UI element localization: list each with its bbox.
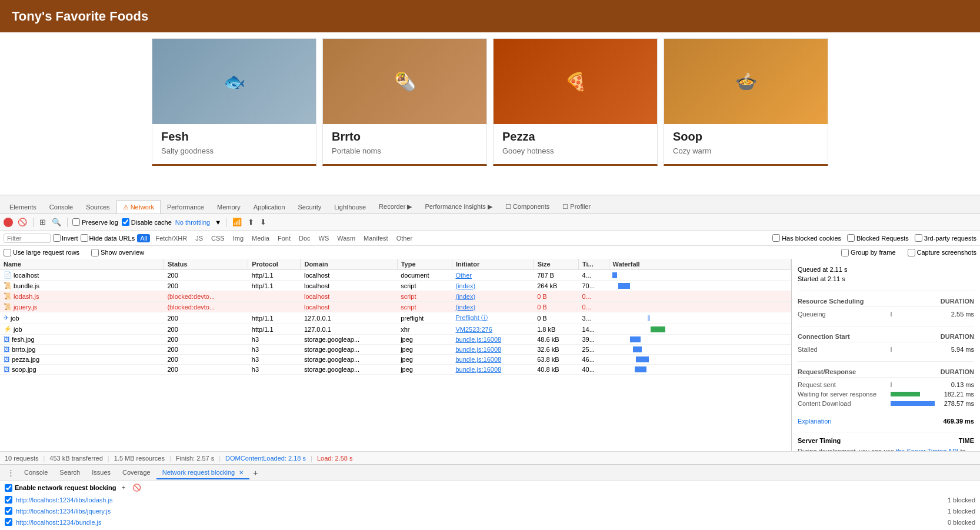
food-name-pezza: Pezza xyxy=(502,130,648,144)
food-img-fesh: 🐟 xyxy=(152,39,316,124)
food-card-fesh: 🐟 Fesh Salty goodness xyxy=(152,38,316,166)
food-card-soop: 🍲 Soop Cozy warm xyxy=(664,38,828,166)
food-img-pezza: 🍕 xyxy=(494,39,657,124)
food-card-brrto: 🌯 Brrto Portable noms xyxy=(322,38,487,166)
food-img-soop: 🍲 xyxy=(664,39,828,124)
food-name-fesh: Fesh xyxy=(161,130,307,144)
food-card-pezza: 🍕 Pezza Gooey hotness xyxy=(493,38,658,166)
food-name-soop: Soop xyxy=(673,130,819,144)
app-title: Tony's Favorite Foods xyxy=(12,9,148,24)
food-desc-soop: Cozy warm xyxy=(673,146,819,155)
food-name-brrto: Brrto xyxy=(332,130,478,144)
food-desc-brrto: Portable noms xyxy=(332,146,478,155)
food-img-brrto: 🌯 xyxy=(323,39,486,124)
app-header: Tony's Favorite Foods xyxy=(0,0,980,32)
food-desc-pezza: Gooey hotness xyxy=(502,146,648,155)
food-desc-fesh: Salty goodness xyxy=(161,146,307,155)
food-grid: 🐟 Fesh Salty goodness 🌯 Brrto Portable n… xyxy=(0,32,980,172)
